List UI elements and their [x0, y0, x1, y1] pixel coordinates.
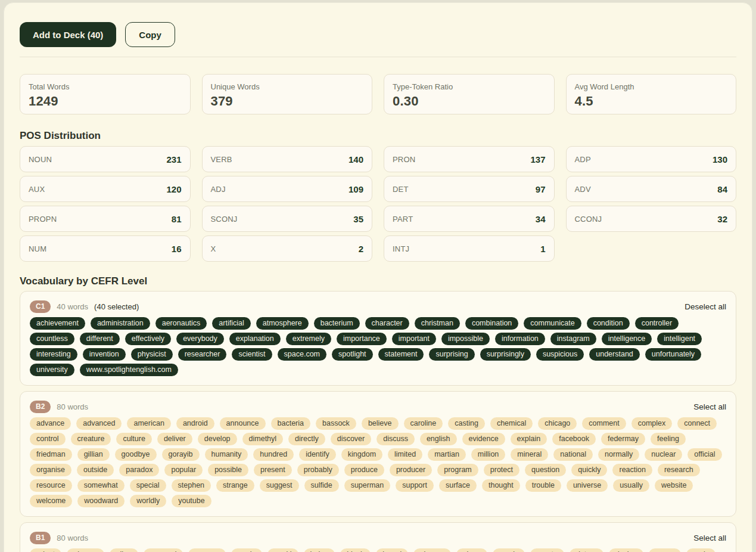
copy-button[interactable]: Copy [125, 22, 175, 47]
word-pill[interactable]: possible [208, 464, 248, 476]
word-pill[interactable]: comic [493, 548, 525, 552]
word-pill[interactable]: outside [77, 464, 114, 476]
word-pill[interactable]: identify [299, 448, 336, 461]
word-pill[interactable]: black [340, 548, 371, 552]
word-pill[interactable]: countless [30, 333, 74, 345]
word-pill[interactable]: superman [344, 479, 391, 492]
word-pill[interactable]: unfortunately [645, 348, 701, 361]
word-pill[interactable]: dimethyl [242, 433, 284, 445]
word-pill[interactable]: impossible [441, 333, 490, 345]
word-pill[interactable]: suggest [260, 479, 299, 492]
word-pill[interactable]: probably [297, 464, 339, 476]
word-pill[interactable]: datum [570, 548, 603, 552]
word-pill[interactable]: believe [362, 417, 399, 430]
word-pill[interactable]: bacterium [314, 317, 360, 330]
word-pill[interactable]: artificial [212, 317, 250, 330]
word-pill[interactable]: suspicious [536, 348, 584, 361]
word-pill[interactable]: interesting [30, 348, 77, 361]
word-pill[interactable]: organise [30, 464, 71, 476]
word-pill[interactable]: thought [482, 479, 520, 492]
word-pill[interactable]: friedman [30, 448, 72, 461]
word-pill[interactable]: feeling [651, 433, 686, 445]
word-pill[interactable]: close [456, 548, 487, 552]
word-pill[interactable]: chemical [490, 417, 533, 430]
word-pill[interactable]: english [420, 433, 457, 445]
word-pill[interactable]: mineral [511, 448, 548, 461]
word-pill[interactable]: facebook [552, 433, 596, 445]
word-pill[interactable]: produce [344, 464, 384, 476]
word-pill[interactable]: discover [331, 433, 372, 445]
word-pill[interactable]: develop [198, 433, 237, 445]
deselect-all-button[interactable]: Deselect all [685, 302, 726, 311]
word-pill[interactable]: stephen [172, 479, 211, 492]
word-pill[interactable]: question [525, 464, 566, 476]
word-pill[interactable]: complex [631, 417, 673, 430]
word-pill[interactable]: researcher [178, 348, 227, 361]
word-pill[interactable]: understand [589, 348, 640, 361]
word-pill[interactable]: support [396, 479, 434, 492]
word-pill[interactable]: sulfide [304, 479, 339, 492]
word-pill[interactable]: somewhat [77, 479, 125, 492]
word-pill[interactable]: condition [587, 317, 630, 330]
word-pill[interactable]: program [437, 464, 478, 476]
word-pill[interactable]: normally [598, 448, 639, 461]
word-pill[interactable]: paradox [119, 464, 159, 476]
word-pill[interactable]: gillian [77, 448, 110, 461]
word-pill[interactable]: administration [91, 317, 150, 330]
word-pill[interactable]: connect [677, 417, 717, 430]
word-pill[interactable]: eager [649, 548, 681, 552]
word-pill[interactable]: gorayib [162, 448, 200, 461]
word-pill[interactable]: popular [164, 464, 203, 476]
word-pill[interactable]: aeronautics [155, 317, 207, 330]
add-to-deck-button[interactable]: Add to Deck (40) [20, 22, 116, 47]
word-pill[interactable]: christman [415, 317, 460, 330]
word-pill[interactable]: deliver [157, 433, 192, 445]
word-pill[interactable]: special [130, 479, 166, 492]
word-pill[interactable]: controller [635, 317, 679, 330]
word-pill[interactable]: creature [71, 433, 111, 445]
word-pill[interactable]: evidence [462, 433, 505, 445]
word-pill[interactable]: reaction [612, 464, 652, 476]
word-pill[interactable]: limited [388, 448, 422, 461]
word-pill[interactable]: explain [511, 433, 547, 445]
word-pill[interactable]: million [471, 448, 505, 461]
word-pill[interactable]: being [304, 548, 335, 552]
word-pill[interactable]: federmay [601, 433, 645, 445]
word-pill[interactable]: surprising [429, 348, 474, 361]
word-pill[interactable]: different [80, 333, 120, 345]
word-pill[interactable]: welcome [30, 495, 72, 507]
word-pill[interactable]: comment [582, 417, 626, 430]
word-pill[interactable]: caroline [404, 417, 443, 430]
word-pill[interactable]: surface [439, 479, 477, 492]
word-pill[interactable]: university [30, 364, 74, 376]
word-pill[interactable]: worldly [130, 495, 166, 507]
word-pill[interactable]: youtube [172, 495, 211, 507]
word-pill[interactable]: create [530, 548, 564, 552]
word-pill[interactable]: azaki [267, 548, 298, 552]
word-pill[interactable]: official [687, 448, 721, 461]
word-pill[interactable]: change [413, 548, 451, 552]
word-pill[interactable]: bassock [316, 417, 356, 430]
word-pill[interactable]: usually [613, 479, 649, 492]
word-pill[interactable]: universe [567, 479, 608, 492]
word-pill[interactable]: statement [378, 348, 424, 361]
word-pill[interactable]: intelligent [657, 333, 702, 345]
word-pill[interactable]: control [30, 433, 66, 445]
word-pill[interactable]: android [176, 417, 214, 430]
word-pill[interactable]: advanced [76, 417, 122, 430]
word-pill[interactable]: information [495, 333, 545, 345]
word-pill[interactable]: everybody [176, 333, 224, 345]
word-pill[interactable]: importance [337, 333, 387, 345]
word-pill[interactable]: spotlight [332, 348, 373, 361]
word-pill[interactable]: scientist [232, 348, 272, 361]
word-pill[interactable]: intelligence [602, 333, 652, 345]
word-pill[interactable]: answer [188, 548, 225, 552]
word-pill[interactable]: space.com [278, 348, 326, 361]
word-pill[interactable]: communicate [524, 317, 581, 330]
word-pill[interactable]: discuss [377, 433, 415, 445]
word-pill[interactable]: advance [30, 417, 71, 430]
word-pill[interactable]: combination [465, 317, 518, 330]
word-pill[interactable]: surprisingly [480, 348, 531, 361]
word-pill[interactable]: protect [484, 464, 519, 476]
word-pill[interactable]: woodward [77, 495, 125, 507]
